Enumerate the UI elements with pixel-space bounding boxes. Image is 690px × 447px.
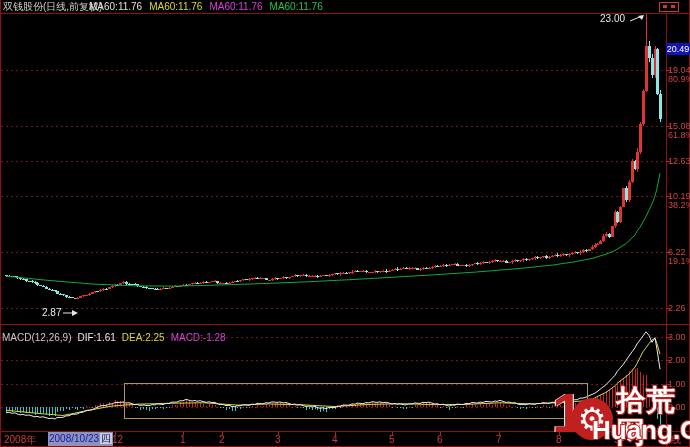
timeline-month-label: 4 bbox=[332, 433, 338, 446]
timeline-month-label: 6 bbox=[437, 433, 443, 446]
ma-label: MA60:11.76 bbox=[89, 1, 142, 12]
crosshair-date-box: 2008/10/23四 bbox=[48, 432, 113, 446]
high-annotation-arrow-icon bbox=[630, 13, 648, 25]
timeline-month-label: 5 bbox=[389, 433, 395, 446]
price-level-label: 15.0861.8% bbox=[668, 122, 690, 140]
macd-header-part: DEA:2.25 bbox=[122, 332, 165, 343]
timeline-year-label: 2008年 bbox=[4, 433, 36, 446]
last-price-badge: 20.49 bbox=[666, 43, 690, 55]
low-annotation-arrow-icon bbox=[63, 308, 81, 318]
timeline-month-label: 7 bbox=[496, 433, 502, 446]
timeline-month-label: 1 bbox=[180, 433, 186, 446]
stock-title: 双钱股份(日线,前复权) bbox=[3, 1, 102, 13]
timeline-month-label: 3 bbox=[275, 433, 281, 446]
macd-indicator-header: MACD(12,26,9)DIF:1.61DEA:2.25MACD:-1.28 bbox=[2, 327, 232, 345]
price-level-label: 2.26 bbox=[668, 304, 686, 313]
timeline-month-label: 12 bbox=[112, 433, 123, 446]
low-annotation: 2.87 bbox=[42, 307, 61, 318]
ma-label: MA60:11.76 bbox=[149, 1, 202, 12]
price-level-label: 6.2219.1% bbox=[668, 248, 690, 266]
macd-highlight-box bbox=[124, 383, 588, 419]
weekday-suffix: 四 bbox=[100, 433, 112, 444]
high-annotation: 23.00 bbox=[600, 13, 625, 24]
chart-canvas bbox=[0, 0, 690, 447]
macd-header-part: MACD:-1.28 bbox=[171, 332, 226, 343]
price-level-label: 10.1938.2% bbox=[668, 192, 690, 210]
ma-labels: MA60:11.76MA60:11.76MA60:11.76MA60:11.76 bbox=[89, 1, 330, 13]
ma-label: MA60:11.76 bbox=[270, 1, 323, 12]
timeline-month-label: 2 bbox=[219, 433, 225, 446]
macd-level-label: 2.00 bbox=[668, 356, 686, 365]
window-corner-icon[interactable] bbox=[659, 2, 679, 12]
ma-label: MA60:11.76 bbox=[209, 1, 262, 12]
price-level-label: 19.0480.9% bbox=[668, 66, 690, 84]
price-level-label: 12.63 bbox=[668, 157, 690, 166]
watermark-domain: Huang.CN bbox=[592, 415, 690, 445]
stock-chart-window: 双钱股份(日线,前复权) MA60:11.76MA60:11.76MA60:11… bbox=[0, 0, 690, 447]
macd-header-part: DIF:1.61 bbox=[77, 332, 115, 343]
watermark: 1 ⚙ 拾荒网 Huang.CN bbox=[552, 384, 690, 447]
macd-level-label: 3.00 bbox=[668, 333, 686, 342]
macd-header-part: MACD(12,26,9) bbox=[2, 332, 71, 343]
